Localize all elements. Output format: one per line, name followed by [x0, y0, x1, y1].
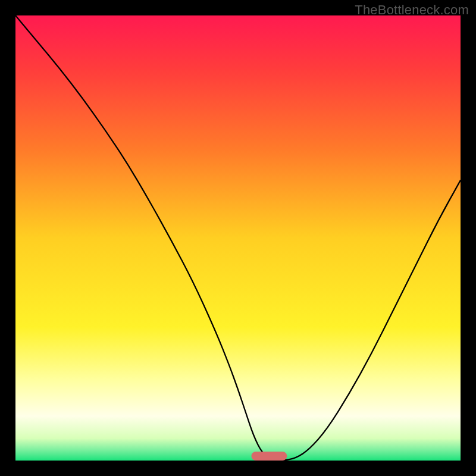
gradient-background	[15, 15, 461, 461]
watermark-label: TheBottleneck.com	[355, 2, 469, 18]
bottleneck-chart	[15, 15, 461, 461]
chart-frame: TheBottleneck.com	[0, 0, 476, 476]
plot-area	[15, 15, 461, 461]
target-range-marker	[251, 452, 287, 461]
